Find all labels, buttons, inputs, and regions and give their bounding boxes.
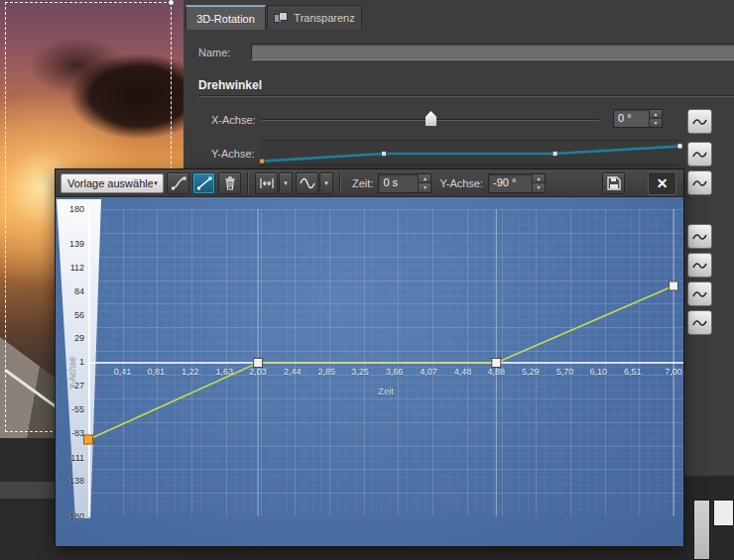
chevron-down-icon: ▼: [323, 180, 329, 186]
section-divider: [198, 95, 734, 97]
keyframe-value-spinner[interactable]: -90 ° ▲ ▼: [488, 173, 546, 193]
y-tick-label: 139: [56, 239, 84, 249]
open-curve-editor-button[interactable]: [687, 142, 712, 167]
toolbar-separator: [247, 172, 249, 194]
spinner-up-button[interactable]: ▲: [419, 174, 430, 183]
curve-icon: [692, 150, 707, 160]
curve-icon: [692, 261, 707, 271]
spinner-arrows: ▲ ▼: [649, 110, 662, 127]
y-tick-label: -55: [56, 404, 84, 414]
scrollbar-corner: [713, 500, 734, 526]
wave-preset-button[interactable]: [296, 172, 318, 194]
toolbar-separator: [339, 172, 341, 194]
keyframe-marker[interactable]: [670, 281, 678, 290]
tab-transparenz[interactable]: Transparenz: [267, 5, 362, 30]
animation-curve-line: [88, 286, 673, 440]
y-tick-label: 56: [56, 310, 84, 320]
y-tick-label: 180: [56, 204, 84, 214]
curve-graph[interactable]: 1801391128456291-27-55-83-111-138-180 0,…: [56, 197, 683, 546]
chevron-down-icon: ▼: [153, 180, 159, 186]
y-tick-label: -83: [56, 428, 84, 438]
y-axis-label: Y-Achse:: [211, 148, 255, 160]
linear-curve-icon: [196, 175, 212, 191]
selection-handle[interactable]: [168, 0, 175, 6]
wave-options-dropdown[interactable]: ▼: [319, 172, 333, 194]
template-dropdown[interactable]: Vorlage auswählen ▼: [61, 173, 164, 193]
open-curve-editor-button[interactable]: [687, 281, 712, 306]
bezier-interpolation-button[interactable]: [167, 172, 189, 194]
y-tick-label: 84: [56, 286, 84, 296]
keyframe-marker[interactable]: [254, 359, 263, 368]
spinner-down-button[interactable]: ▼: [650, 118, 662, 127]
x-axis-slider-handle[interactable]: [426, 111, 436, 126]
x-axis-value[interactable]: 0 °: [614, 110, 649, 127]
spinner-arrows: ▲ ▼: [418, 174, 430, 192]
tab-3d-rotation[interactable]: 3D-Rotation: [185, 5, 266, 30]
time-spinner[interactable]: 0 s ▲ ▼: [378, 173, 431, 193]
mini-keyframe-marker[interactable]: [677, 144, 682, 149]
tab-label: 3D-Rotation: [196, 13, 255, 25]
y-axis-title: Y-Achse: [66, 342, 77, 405]
keyframe-value[interactable]: -90 °: [489, 174, 532, 192]
x-axis-spinner[interactable]: 0 ° ▲ ▼: [613, 109, 663, 128]
spinner-down-button[interactable]: ▼: [533, 182, 545, 192]
mini-keyframe-marker[interactable]: [552, 152, 557, 157]
open-curve-editor-button[interactable]: [687, 253, 712, 278]
keyframe-curve: [88, 209, 685, 516]
curve-editor: Vorlage auswählen ▼: [55, 168, 684, 546]
time-label: Zeit:: [352, 177, 373, 189]
y-axis-keyframe-track[interactable]: [260, 140, 684, 166]
curve-icon: [692, 117, 707, 127]
open-curve-editor-button[interactable]: [687, 170, 712, 195]
template-dropdown-label: Vorlage auswählen: [67, 177, 153, 189]
y-axis-mini-curve: [260, 141, 684, 167]
tab-label: Transparenz: [294, 12, 354, 24]
curve-editor-toolbar: Vorlage auswählen ▼: [56, 169, 683, 197]
delete-keyframe-button[interactable]: [218, 172, 241, 194]
save-template-button[interactable]: [602, 172, 625, 194]
application-window: 3D-Rotation Transparenz Name: Drehwinkel…: [0, 0, 734, 560]
x-axis-label: X-Achse:: [211, 114, 256, 126]
bezier-curve-icon: [171, 175, 186, 191]
mini-keyframe-marker[interactable]: [260, 159, 265, 164]
curve-icon: [692, 318, 707, 328]
save-icon: [606, 175, 622, 191]
trash-icon: [222, 175, 238, 191]
open-curve-editor-button[interactable]: [687, 109, 712, 134]
y-tick-label: -111: [56, 453, 84, 463]
curve-icon: [692, 289, 707, 299]
keyframe-marker[interactable]: [84, 435, 93, 444]
name-input[interactable]: [251, 44, 734, 60]
curve-icon: [692, 178, 707, 188]
scrollbar-thumb[interactable]: [693, 500, 710, 560]
mirror-options-dropdown[interactable]: ▼: [279, 172, 293, 194]
close-button[interactable]: ✕: [648, 171, 676, 195]
y-tick-label: 112: [56, 263, 84, 273]
close-icon: ✕: [657, 175, 669, 191]
y-tick-label: -138: [56, 476, 84, 486]
mirror-icon: [259, 175, 275, 191]
curve-icon: [692, 232, 707, 242]
spinner-down-button[interactable]: ▼: [419, 182, 430, 192]
wave-icon: [300, 176, 315, 190]
open-curve-editor-button[interactable]: [687, 224, 712, 249]
chevron-down-icon: ▼: [283, 180, 289, 186]
transparency-icon: [274, 12, 289, 24]
section-title: Drehwinkel: [198, 78, 262, 92]
spinner-up-button[interactable]: ▲: [650, 110, 662, 118]
keyframe-value-label: Y-Achse:: [439, 177, 483, 189]
name-label: Name:: [198, 47, 230, 58]
keyframe-marker[interactable]: [492, 359, 501, 368]
linear-interpolation-button[interactable]: [192, 172, 215, 194]
time-value[interactable]: 0 s: [379, 174, 418, 192]
mini-curve-line: [262, 146, 682, 161]
mini-keyframe-marker[interactable]: [381, 152, 386, 157]
y-tick-label: -180: [56, 511, 84, 521]
mirror-curve-button[interactable]: [255, 172, 278, 194]
open-curve-editor-button[interactable]: [687, 310, 712, 335]
spinner-up-button[interactable]: ▲: [533, 174, 545, 183]
spinner-arrows: ▲ ▼: [532, 174, 545, 192]
